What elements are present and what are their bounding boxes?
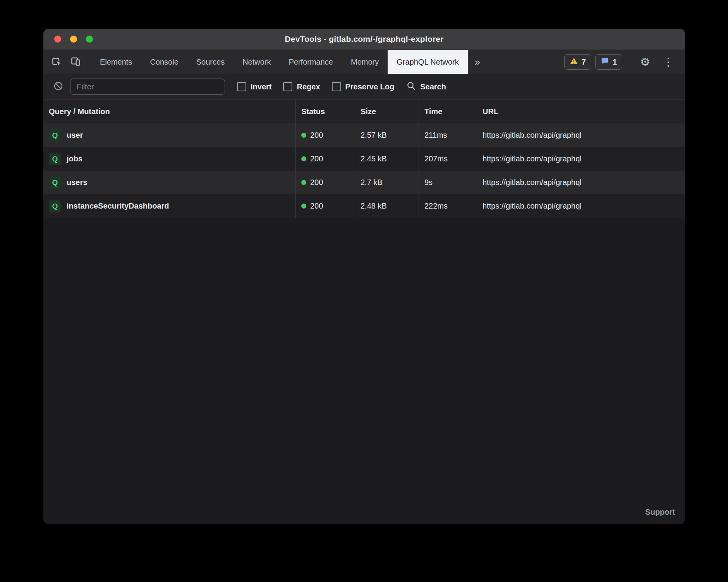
query-type-badge: Q [49, 153, 61, 165]
block-icon [53, 81, 64, 93]
tab-memory[interactable]: Memory [342, 50, 388, 74]
status-cell: 200 [295, 147, 355, 171]
settings-button[interactable]: ⚙ [636, 56, 654, 68]
table-row[interactable]: Qusers2002.7 kB9shttps://gitlab.com/api/… [43, 171, 685, 194]
status-code: 200 [310, 154, 323, 163]
size-cell: 2.48 kB [355, 194, 419, 218]
status-cell: 200 [295, 123, 355, 147]
search-button[interactable]: Search [400, 81, 452, 92]
table-body: Quser2002.57 kB211mshttps://gitlab.com/a… [43, 123, 685, 218]
query-name: jobs [67, 154, 82, 163]
invert-checkbox-box [237, 82, 246, 91]
query-name: user [67, 131, 83, 140]
tab-console[interactable]: Console [141, 50, 187, 74]
status-ok-dot [301, 204, 306, 209]
status-ok-dot [301, 156, 306, 161]
device-toolbar-icon [70, 56, 81, 68]
close-button[interactable] [54, 36, 61, 43]
size-cell: 2.7 kB [355, 171, 419, 194]
tab-network[interactable]: Network [234, 50, 280, 74]
support-link[interactable]: Support [645, 508, 675, 517]
filter-toolbar: Invert Regex Preserve Log Search [43, 74, 685, 99]
minimize-button[interactable] [70, 36, 77, 43]
search-label: Search [420, 82, 446, 91]
time-cell: 207ms [419, 147, 477, 171]
filter-input[interactable] [70, 79, 225, 95]
toolbar-divider [88, 56, 88, 68]
window-title: DevTools - gitlab.com/-/graphql-explorer [285, 34, 443, 44]
zoom-button[interactable] [86, 36, 93, 43]
status-code: 200 [310, 178, 323, 187]
issues-count: 1 [613, 58, 617, 67]
more-options-button[interactable]: ⋮ [658, 56, 678, 68]
clear-log-button[interactable] [49, 81, 68, 93]
search-icon [406, 81, 416, 92]
query-cell: Qjobs [43, 147, 295, 171]
status-code: 200 [310, 131, 323, 140]
warning-icon [570, 57, 578, 67]
column-header-query-mutation[interactable]: Query / Mutation [43, 99, 295, 123]
requests-table: Query / Mutation Status Size Time URL Qu… [43, 99, 685, 218]
table-row[interactable]: Qjobs2002.45 kB207mshttps://gitlab.com/a… [43, 147, 685, 171]
time-cell: 9s [419, 171, 477, 194]
preserve-log-checkbox[interactable]: Preserve Log [326, 82, 400, 91]
query-type-badge: Q [49, 129, 61, 142]
tabbar-right-controls: 7 1 ⚙ ⋮ [564, 50, 685, 74]
table-row[interactable]: Quser2002.57 kB211mshttps://gitlab.com/a… [43, 123, 685, 147]
column-header-size[interactable]: Size [355, 99, 419, 123]
status-cell: 200 [295, 194, 355, 218]
size-cell: 2.57 kB [355, 123, 419, 147]
regex-checkbox-label: Regex [297, 82, 320, 91]
issues-badge[interactable]: 1 [595, 54, 622, 70]
tab-elements[interactable]: Elements [91, 50, 141, 74]
kebab-menu-icon: ⋮ [663, 56, 674, 68]
tab-performance[interactable]: Performance [280, 50, 342, 74]
preserve-log-checkbox-box [332, 82, 341, 91]
query-cell: QinstanceSecurityDashboard [43, 194, 295, 218]
query-name: instanceSecurityDashboard [67, 202, 169, 211]
table-header: Query / Mutation Status Size Time URL [43, 99, 685, 123]
query-cell: Qusers [43, 171, 295, 194]
warnings-badge[interactable]: 7 [564, 54, 591, 70]
inspect-element-button[interactable] [47, 50, 66, 74]
regex-checkbox[interactable]: Regex [277, 82, 326, 91]
time-cell: 211ms [419, 123, 477, 147]
tab-graphql-network[interactable]: GraphQL Network [388, 50, 467, 74]
table-row[interactable]: QinstanceSecurityDashboard2002.48 kB222m… [43, 194, 685, 218]
column-header-url[interactable]: URL [477, 99, 685, 123]
url-cell: https://gitlab.com/api/graphql [477, 171, 685, 194]
invert-checkbox-label: Invert [251, 82, 271, 91]
size-cell: 2.45 kB [355, 147, 419, 171]
query-type-badge: Q [49, 200, 61, 212]
query-type-badge: Q [49, 176, 61, 189]
issues-icon [601, 57, 609, 67]
devtools-window: DevTools - gitlab.com/-/graphql-explorer… [43, 29, 685, 524]
url-cell: https://gitlab.com/api/graphql [477, 194, 685, 218]
inspect-icon [52, 56, 62, 68]
query-cell: Quser [43, 123, 295, 147]
invert-checkbox[interactable]: Invert [231, 82, 277, 91]
url-cell: https://gitlab.com/api/graphql [477, 147, 685, 171]
url-cell: https://gitlab.com/api/graphql [477, 123, 685, 147]
more-tabs-button[interactable]: » [468, 50, 487, 74]
tab-sources[interactable]: Sources [187, 50, 234, 74]
warnings-count: 7 [582, 58, 586, 67]
status-ok-dot [301, 180, 306, 185]
regex-checkbox-box [283, 82, 292, 91]
column-header-status[interactable]: Status [295, 99, 355, 123]
query-name: users [67, 178, 87, 187]
device-toolbar-button[interactable] [66, 50, 85, 74]
status-code: 200 [310, 202, 323, 211]
panel-tabs: ElementsConsoleSourcesNetworkPerformance… [91, 50, 468, 74]
status-ok-dot [301, 133, 306, 138]
time-cell: 222ms [419, 194, 477, 218]
devtools-tabbar: ElementsConsoleSourcesNetworkPerformance… [43, 50, 685, 74]
status-cell: 200 [295, 171, 355, 194]
column-header-time[interactable]: Time [419, 99, 477, 123]
traffic-lights [54, 29, 93, 50]
titlebar: DevTools - gitlab.com/-/graphql-explorer [43, 29, 685, 50]
gear-icon: ⚙ [640, 56, 650, 68]
preserve-log-checkbox-label: Preserve Log [345, 82, 395, 91]
